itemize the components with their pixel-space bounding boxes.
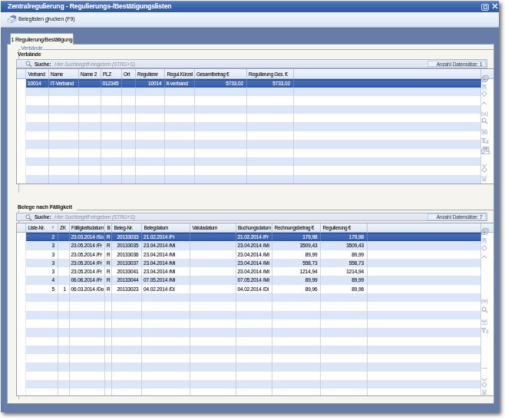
svg-text:NA: NA (481, 128, 487, 133)
